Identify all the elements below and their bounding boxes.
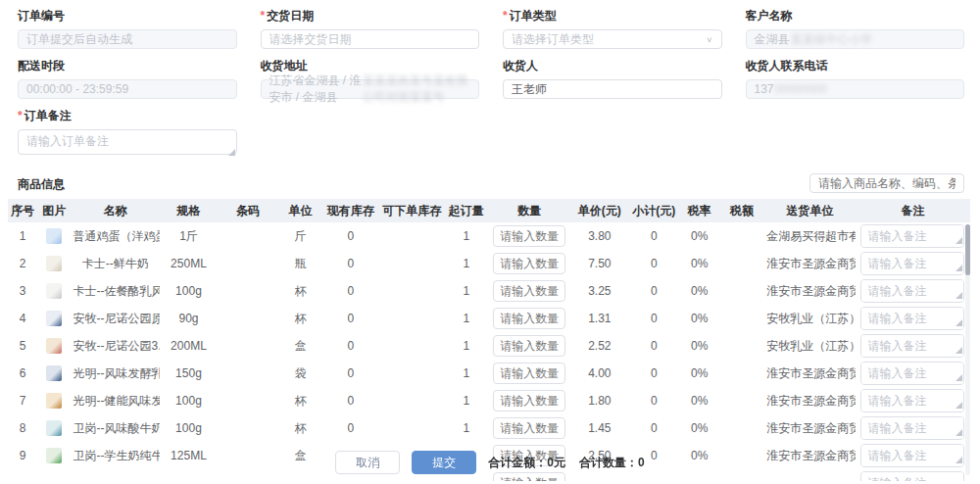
row-remark-textarea[interactable]: [860, 362, 964, 385]
column-header: 序号: [8, 199, 37, 222]
products-table: 序号图片名称规格条码单位现有库存可下单库存起订量数量单价(元)小计(元)税率税额…: [8, 199, 970, 481]
table-scrollbar-thumb[interactable]: [965, 224, 970, 275]
table-scrollbar-track[interactable]: [965, 224, 970, 475]
submit-button[interactable]: 提交: [412, 451, 476, 474]
row-remark-textarea[interactable]: [860, 279, 964, 303]
product-thumbnail: [46, 256, 62, 271]
cell-image: [37, 222, 71, 250]
required-asterisk: *: [503, 9, 508, 23]
cell-spec: 250ML: [160, 250, 217, 277]
row-remark-textarea[interactable]: [860, 389, 964, 412]
order-type-label: *订单类型: [503, 8, 722, 24]
delivery-date-input[interactable]: [261, 29, 480, 49]
product-thumbnail: [46, 283, 62, 299]
quantity-input[interactable]: [493, 335, 565, 357]
cell-name: 普通鸡蛋（洋鸡蛋）: [72, 222, 161, 250]
customer-value-redacted: 某某镇中心小学: [791, 31, 873, 48]
product-search-input[interactable]: [809, 173, 964, 193]
cell-min-order: 1: [445, 222, 488, 250]
cell-supplier: 金湖易买得超市有...: [764, 222, 856, 250]
receiver-input[interactable]: [503, 79, 722, 99]
column-header: 现有库存: [322, 199, 379, 222]
cell-image: [37, 387, 71, 414]
cell-spec: 1斤: [160, 222, 217, 250]
quantity-input[interactable]: [493, 363, 565, 384]
cell-min-order: 1: [445, 250, 488, 277]
field-address: 收货地址 江苏省金湖县 / 淮安市 / 金湖县 某某某路某号某有限公司对面某某号: [261, 58, 480, 99]
cell-orderable-stock: [379, 387, 445, 414]
cell-supplier: 安牧乳业（江苏）...: [764, 332, 856, 360]
column-header: 单位: [278, 199, 321, 222]
delivery-window-input: [18, 79, 237, 99]
cell-quantity: [488, 414, 571, 442]
address-input: 江苏省金湖县 / 淮安市 / 金湖县 某某某路某号某有限公司对面某某号: [261, 79, 480, 99]
quantity-input[interactable]: [493, 308, 565, 329]
field-delivery-window: 配送时段: [18, 58, 237, 99]
cell-quantity: [488, 387, 571, 414]
cell-index: 8: [8, 414, 37, 442]
cell-index: 1: [8, 222, 37, 250]
cell-image: [37, 305, 71, 332]
required-asterisk: *: [18, 109, 23, 122]
row-remark-textarea[interactable]: [860, 416, 964, 440]
order-form: 订单编号 *交货日期 *订单类型 请选择订单类型 ∨ 客户名称 金湖县 某某镇中…: [18, 8, 964, 158]
product-thumbnail: [46, 393, 62, 409]
cell-name: 卡士--鲜牛奶: [72, 250, 161, 277]
address-value-prefix: 江苏省金湖县 / 淮安市 / 金湖县: [270, 73, 362, 106]
column-header: 规格: [160, 199, 217, 222]
cell-orderable-stock: [379, 414, 445, 442]
cell-tax-amount: [719, 414, 764, 442]
cell-stock: 0: [322, 305, 379, 332]
cell-subtotal: 0: [628, 250, 679, 277]
row-remark-textarea[interactable]: [860, 224, 964, 248]
products-table-body: 1 普通鸡蛋（洋鸡蛋） 1斤 斤 0 1 3.80 0 0% 金湖易买得超市有.…: [8, 222, 970, 481]
cell-supplier: 淮安市圣源金商贸...: [764, 414, 856, 442]
cell-unit: 杯: [278, 305, 321, 332]
cell-image: [37, 360, 71, 387]
cell-tax-rate: 0%: [680, 387, 719, 414]
product-row: 3 卡士--佐餐酪乳风... 100g 杯 0 1 3.25 0 0% 淮安市圣…: [8, 277, 970, 305]
order-type-select[interactable]: 请选择订单类型 ∨: [503, 29, 722, 49]
cell-index: 2: [8, 250, 37, 277]
column-header: 送货单位: [764, 199, 856, 222]
cell-price: 4.00: [571, 360, 628, 387]
row-remark-textarea[interactable]: [860, 307, 964, 330]
cell-stock: 0: [322, 277, 379, 305]
row-remark-textarea[interactable]: [860, 252, 964, 275]
quantity-input[interactable]: [493, 280, 565, 302]
product-row: 2 卡士--鲜牛奶 250ML 瓶 0 1 7.50 0 0% 淮安市圣源金商贸…: [8, 250, 970, 277]
row-remark-textarea[interactable]: [860, 334, 964, 358]
cell-barcode: [218, 222, 279, 250]
product-thumbnail: [46, 338, 62, 354]
cell-subtotal: 0: [628, 387, 679, 414]
quantity-input[interactable]: [493, 390, 565, 411]
order-remark-wrap: [18, 129, 237, 158]
row-remark-wrap: [860, 224, 964, 248]
cell-tax-amount: [719, 277, 764, 305]
cancel-button[interactable]: 取消: [335, 451, 400, 474]
delivery-date-label: *交货日期: [261, 8, 480, 24]
cell-unit: 袋: [278, 360, 321, 387]
cell-spec: 100g: [160, 277, 217, 305]
cell-price: 3.80: [571, 222, 628, 250]
quantity-input[interactable]: [493, 253, 565, 274]
quantity-input[interactable]: [493, 225, 565, 247]
product-row: 5 安牧--尼诺公园3.2... 200ML 盒 0 1 2.52 0 0% 安…: [8, 332, 970, 360]
cell-quantity: [488, 250, 571, 277]
cell-name: 光明--健能风味发...: [72, 387, 161, 414]
row-remark-wrap: [860, 416, 964, 440]
cell-orderable-stock: [379, 222, 445, 250]
cell-tax-rate: 0%: [680, 277, 719, 305]
customer-input: 金湖县 某某镇中心小学: [746, 29, 965, 49]
cell-tax-amount: [719, 387, 764, 414]
cell-remark: [856, 360, 970, 387]
required-asterisk: *: [261, 9, 266, 23]
cell-supplier: 淮安市圣源金商贸...: [764, 360, 856, 387]
customer-label: 客户名称: [746, 8, 965, 24]
order-remark-textarea[interactable]: [18, 129, 237, 155]
form-footer: 取消 提交 合计金额：0元 合计数量：0: [0, 451, 980, 474]
cell-spec: 100g: [160, 414, 217, 442]
cell-barcode: [218, 250, 279, 277]
quantity-input[interactable]: [493, 417, 565, 439]
product-thumbnail: [46, 228, 62, 244]
